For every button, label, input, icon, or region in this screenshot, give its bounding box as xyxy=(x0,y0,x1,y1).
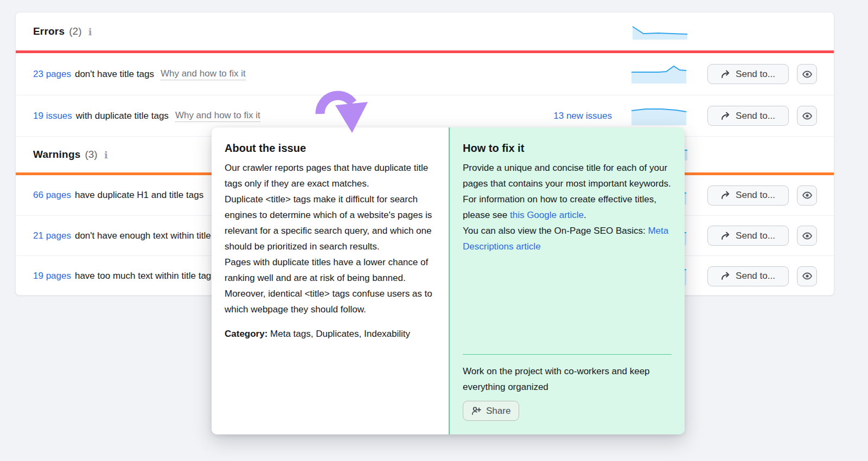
forward-arrow-icon xyxy=(721,272,731,280)
google-article-link[interactable]: this Google article xyxy=(510,210,584,220)
new-issues-link[interactable]: 13 new issues xyxy=(553,111,612,121)
hide-issue-button[interactable] xyxy=(797,185,817,206)
send-to-label: Send to... xyxy=(736,69,775,80)
hide-issue-button[interactable] xyxy=(797,106,817,126)
issue-count-link[interactable]: 21 pages xyxy=(33,230,71,241)
issue-count-link[interactable]: 23 pages xyxy=(33,69,71,80)
fix-title: How to fix it xyxy=(463,141,672,155)
fix-paragraph: You can also view the On-Page SEO Basics… xyxy=(463,223,672,254)
share-note: Work on the project with co-workers and … xyxy=(463,363,672,395)
send-to-label: Send to... xyxy=(736,111,775,121)
send-to-button[interactable]: Send to... xyxy=(707,185,789,206)
send-to-button[interactable]: Send to... xyxy=(707,266,789,286)
eye-icon xyxy=(801,68,813,80)
about-paragraph: Our crawler reports pages that have dupl… xyxy=(225,160,436,191)
issue-text: have too much text within title tags xyxy=(75,271,216,281)
about-paragraph: Moreover, identical <title> tags confuse… xyxy=(225,286,436,317)
errors-title: Errors xyxy=(33,25,65,37)
issue-text: don't have title tags xyxy=(75,69,154,80)
why-how-to-fix-link[interactable]: Why and how to fix it xyxy=(161,68,246,80)
person-plus-icon xyxy=(471,406,482,415)
issue-row-title-tags: 23 pages don't have title tags Why and h… xyxy=(16,53,834,95)
eye-icon xyxy=(801,270,813,282)
issue-count-link[interactable]: 19 issues xyxy=(33,111,72,121)
about-the-issue-panel: About the issue Our crawler reports page… xyxy=(212,127,449,434)
warnings-count: (3) xyxy=(85,149,97,161)
fix-text: . xyxy=(584,210,586,220)
send-to-label: Send to... xyxy=(736,271,775,281)
send-to-button[interactable]: Send to... xyxy=(707,226,789,246)
send-to-label: Send to... xyxy=(736,190,775,201)
about-paragraph: Pages with duplicate titles have a lower… xyxy=(225,254,436,286)
fix-paragraph: For information on how to create effecti… xyxy=(463,191,672,223)
info-icon[interactable]: ℹ xyxy=(104,149,108,161)
eye-icon xyxy=(801,230,813,242)
issue-count-link[interactable]: 66 pages xyxy=(33,190,71,201)
issue-text: with duplicate title tags xyxy=(76,111,169,121)
forward-arrow-icon xyxy=(721,112,731,120)
issue-details-popup: About the issue Our crawler reports page… xyxy=(212,127,685,434)
errors-section-header: Errors (2) ℹ xyxy=(16,12,834,50)
warnings-title: Warnings xyxy=(33,149,80,161)
forward-arrow-icon xyxy=(721,191,731,200)
hide-issue-button[interactable] xyxy=(797,226,817,246)
trend-sparkline xyxy=(630,106,687,126)
fix-paragraph: Provide a unique and concise title for e… xyxy=(463,160,672,191)
about-paragraph: Duplicate <title> tags make it difficult… xyxy=(225,191,436,254)
forward-arrow-icon xyxy=(721,70,731,79)
category-value: Meta tags, Duplicates, Indexability xyxy=(267,329,410,339)
issue-text: don't have enough text within title tags xyxy=(75,230,231,241)
divider xyxy=(463,354,672,355)
category-label: Category: xyxy=(225,329,267,339)
fix-text: You can also view the On-Page SEO Basics… xyxy=(463,226,648,236)
hide-issue-button[interactable] xyxy=(797,266,817,286)
send-to-label: Send to... xyxy=(736,230,775,241)
send-to-button[interactable]: Send to... xyxy=(707,64,789,84)
eye-icon xyxy=(801,189,813,201)
share-label: Share xyxy=(486,406,510,417)
hide-issue-button[interactable] xyxy=(797,64,817,84)
eye-icon xyxy=(801,110,813,122)
category-line: Category: Meta tags, Duplicates, Indexab… xyxy=(225,326,436,342)
send-to-button[interactable]: Send to... xyxy=(707,106,789,126)
issue-count-link[interactable]: 19 pages xyxy=(33,271,71,281)
trend-sparkline xyxy=(630,64,687,85)
errors-trend-sparkline xyxy=(631,24,688,40)
how-to-fix-panel: How to fix it Provide a unique and conci… xyxy=(449,127,685,434)
forward-arrow-icon xyxy=(721,232,731,240)
share-button[interactable]: Share xyxy=(463,401,519,421)
why-how-to-fix-link[interactable]: Why and how to fix it xyxy=(175,110,260,122)
about-title: About the issue xyxy=(225,141,436,155)
errors-count: (2) xyxy=(69,25,81,37)
info-icon[interactable]: ℹ xyxy=(88,26,92,37)
issue-text: have duplicate H1 and title tags xyxy=(75,190,203,201)
